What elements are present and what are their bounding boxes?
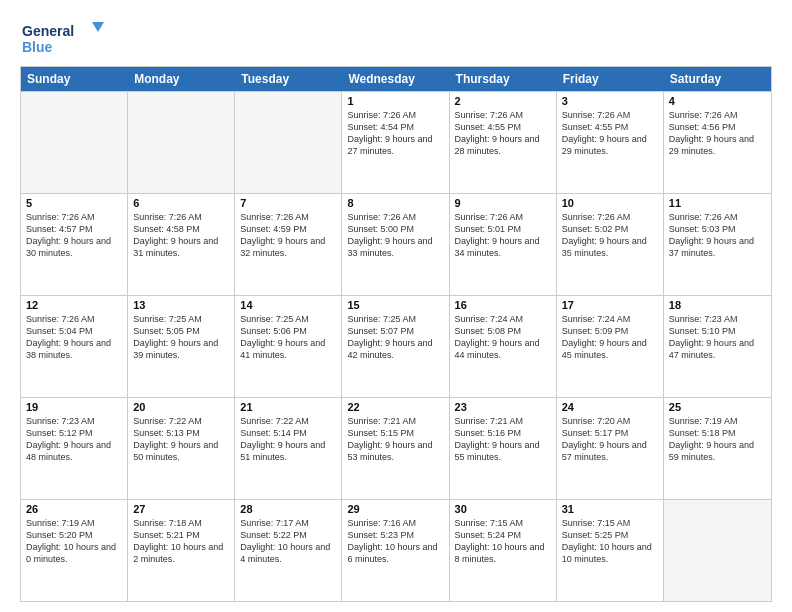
calendar-cell: 26Sunrise: 7:19 AMSunset: 5:20 PMDayligh… [21,500,128,601]
calendar-cell: 28Sunrise: 7:17 AMSunset: 5:22 PMDayligh… [235,500,342,601]
calendar-cell [235,92,342,193]
day-number: 11 [669,197,766,209]
calendar-cell: 18Sunrise: 7:23 AMSunset: 5:10 PMDayligh… [664,296,771,397]
header-day: Thursday [450,67,557,91]
header-day: Monday [128,67,235,91]
calendar-cell: 3Sunrise: 7:26 AMSunset: 4:55 PMDaylight… [557,92,664,193]
svg-text:Blue: Blue [22,39,53,55]
day-number: 26 [26,503,122,515]
calendar-cell: 31Sunrise: 7:15 AMSunset: 5:25 PMDayligh… [557,500,664,601]
day-number: 27 [133,503,229,515]
day-number: 8 [347,197,443,209]
calendar-cell: 5Sunrise: 7:26 AMSunset: 4:57 PMDaylight… [21,194,128,295]
cell-info: Sunrise: 7:21 AMSunset: 5:16 PMDaylight:… [455,415,551,464]
day-number: 17 [562,299,658,311]
calendar-cell: 17Sunrise: 7:24 AMSunset: 5:09 PMDayligh… [557,296,664,397]
calendar-body: 1Sunrise: 7:26 AMSunset: 4:54 PMDaylight… [21,91,771,601]
calendar-cell: 10Sunrise: 7:26 AMSunset: 5:02 PMDayligh… [557,194,664,295]
cell-info: Sunrise: 7:26 AMSunset: 4:55 PMDaylight:… [562,109,658,158]
calendar-row: 12Sunrise: 7:26 AMSunset: 5:04 PMDayligh… [21,295,771,397]
calendar-cell: 16Sunrise: 7:24 AMSunset: 5:08 PMDayligh… [450,296,557,397]
day-number: 2 [455,95,551,107]
day-number: 14 [240,299,336,311]
calendar-cell: 4Sunrise: 7:26 AMSunset: 4:56 PMDaylight… [664,92,771,193]
svg-text:General: General [22,23,74,39]
day-number: 5 [26,197,122,209]
calendar-cell [128,92,235,193]
day-number: 18 [669,299,766,311]
calendar-cell: 7Sunrise: 7:26 AMSunset: 4:59 PMDaylight… [235,194,342,295]
cell-info: Sunrise: 7:18 AMSunset: 5:21 PMDaylight:… [133,517,229,566]
calendar-cell: 27Sunrise: 7:18 AMSunset: 5:21 PMDayligh… [128,500,235,601]
cell-info: Sunrise: 7:25 AMSunset: 5:06 PMDaylight:… [240,313,336,362]
cell-info: Sunrise: 7:26 AMSunset: 4:55 PMDaylight:… [455,109,551,158]
day-number: 19 [26,401,122,413]
calendar-cell: 15Sunrise: 7:25 AMSunset: 5:07 PMDayligh… [342,296,449,397]
calendar-cell: 20Sunrise: 7:22 AMSunset: 5:13 PMDayligh… [128,398,235,499]
header-day: Tuesday [235,67,342,91]
day-number: 20 [133,401,229,413]
day-number: 13 [133,299,229,311]
cell-info: Sunrise: 7:26 AMSunset: 5:03 PMDaylight:… [669,211,766,260]
cell-info: Sunrise: 7:20 AMSunset: 5:17 PMDaylight:… [562,415,658,464]
calendar-cell: 13Sunrise: 7:25 AMSunset: 5:05 PMDayligh… [128,296,235,397]
calendar-cell: 14Sunrise: 7:25 AMSunset: 5:06 PMDayligh… [235,296,342,397]
calendar-row: 19Sunrise: 7:23 AMSunset: 5:12 PMDayligh… [21,397,771,499]
cell-info: Sunrise: 7:25 AMSunset: 5:05 PMDaylight:… [133,313,229,362]
day-number: 22 [347,401,443,413]
day-number: 29 [347,503,443,515]
calendar-cell: 22Sunrise: 7:21 AMSunset: 5:15 PMDayligh… [342,398,449,499]
day-number: 10 [562,197,658,209]
calendar-cell: 8Sunrise: 7:26 AMSunset: 5:00 PMDaylight… [342,194,449,295]
day-number: 3 [562,95,658,107]
cell-info: Sunrise: 7:26 AMSunset: 4:59 PMDaylight:… [240,211,336,260]
cell-info: Sunrise: 7:26 AMSunset: 4:57 PMDaylight:… [26,211,122,260]
cell-info: Sunrise: 7:21 AMSunset: 5:15 PMDaylight:… [347,415,443,464]
calendar-cell: 29Sunrise: 7:16 AMSunset: 5:23 PMDayligh… [342,500,449,601]
day-number: 21 [240,401,336,413]
day-number: 24 [562,401,658,413]
header-day: Saturday [664,67,771,91]
day-number: 6 [133,197,229,209]
cell-info: Sunrise: 7:24 AMSunset: 5:08 PMDaylight:… [455,313,551,362]
cell-info: Sunrise: 7:26 AMSunset: 4:54 PMDaylight:… [347,109,443,158]
cell-info: Sunrise: 7:25 AMSunset: 5:07 PMDaylight:… [347,313,443,362]
calendar-cell [21,92,128,193]
day-number: 28 [240,503,336,515]
cell-info: Sunrise: 7:22 AMSunset: 5:14 PMDaylight:… [240,415,336,464]
cell-info: Sunrise: 7:19 AMSunset: 5:20 PMDaylight:… [26,517,122,566]
header-day: Sunday [21,67,128,91]
cell-info: Sunrise: 7:23 AMSunset: 5:10 PMDaylight:… [669,313,766,362]
calendar-cell: 30Sunrise: 7:15 AMSunset: 5:24 PMDayligh… [450,500,557,601]
day-number: 25 [669,401,766,413]
day-number: 12 [26,299,122,311]
logo: General Blue [20,16,110,58]
calendar-row: 26Sunrise: 7:19 AMSunset: 5:20 PMDayligh… [21,499,771,601]
calendar: SundayMondayTuesdayWednesdayThursdayFrid… [20,66,772,602]
day-number: 7 [240,197,336,209]
day-number: 23 [455,401,551,413]
cell-info: Sunrise: 7:23 AMSunset: 5:12 PMDaylight:… [26,415,122,464]
day-number: 1 [347,95,443,107]
cell-info: Sunrise: 7:16 AMSunset: 5:23 PMDaylight:… [347,517,443,566]
cell-info: Sunrise: 7:17 AMSunset: 5:22 PMDaylight:… [240,517,336,566]
cell-info: Sunrise: 7:15 AMSunset: 5:25 PMDaylight:… [562,517,658,566]
cell-info: Sunrise: 7:15 AMSunset: 5:24 PMDaylight:… [455,517,551,566]
cell-info: Sunrise: 7:19 AMSunset: 5:18 PMDaylight:… [669,415,766,464]
page-header: General Blue [20,16,772,58]
cell-info: Sunrise: 7:26 AMSunset: 5:01 PMDaylight:… [455,211,551,260]
calendar-row: 1Sunrise: 7:26 AMSunset: 4:54 PMDaylight… [21,91,771,193]
calendar-row: 5Sunrise: 7:26 AMSunset: 4:57 PMDaylight… [21,193,771,295]
calendar-cell: 6Sunrise: 7:26 AMSunset: 4:58 PMDaylight… [128,194,235,295]
day-number: 31 [562,503,658,515]
header-day: Friday [557,67,664,91]
calendar-cell: 25Sunrise: 7:19 AMSunset: 5:18 PMDayligh… [664,398,771,499]
calendar-cell: 11Sunrise: 7:26 AMSunset: 5:03 PMDayligh… [664,194,771,295]
cell-info: Sunrise: 7:26 AMSunset: 4:56 PMDaylight:… [669,109,766,158]
calendar-cell: 2Sunrise: 7:26 AMSunset: 4:55 PMDaylight… [450,92,557,193]
logo-svg: General Blue [20,20,110,58]
header-day: Wednesday [342,67,449,91]
cell-info: Sunrise: 7:26 AMSunset: 5:02 PMDaylight:… [562,211,658,260]
cell-info: Sunrise: 7:24 AMSunset: 5:09 PMDaylight:… [562,313,658,362]
calendar-cell: 9Sunrise: 7:26 AMSunset: 5:01 PMDaylight… [450,194,557,295]
